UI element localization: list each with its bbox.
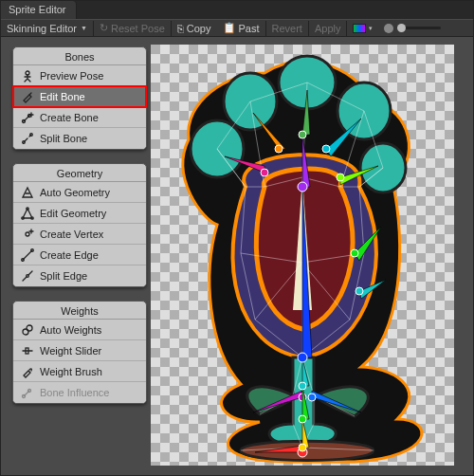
chevron-down-icon: ▾ (369, 25, 373, 32)
slider-track (397, 27, 441, 29)
tool-label: Bone Influence (40, 387, 109, 398)
color-mode-button[interactable]: ▾ (347, 22, 378, 35)
svg-point-32 (26, 232, 29, 236)
tool-label: Auto Geometry (40, 187, 110, 198)
tool-split-bone[interactable]: Split Bone (13, 128, 146, 149)
paste-button[interactable]: 📋 Past (217, 20, 265, 36)
tab-row: Sprite Editor (1, 1, 473, 19)
tool-auto-weights[interactable]: Auto Weights (13, 320, 146, 340)
tool-label: Edit Bone (40, 91, 85, 102)
tool-weight-brush[interactable]: Weight Brush (13, 361, 146, 382)
svg-point-18 (275, 145, 283, 153)
svg-point-11 (308, 394, 316, 401)
svg-point-13 (299, 415, 306, 423)
edit-bone-icon (21, 90, 34, 103)
workspace[interactable]: Bones Preview PoseEdit BoneCreate BoneSp… (1, 37, 473, 475)
svg-point-23 (356, 287, 363, 295)
tool-label: Create Vertex (40, 229, 103, 240)
svg-point-17 (261, 169, 268, 176)
auto-weights-icon (21, 323, 34, 337)
svg-point-16 (298, 182, 307, 192)
edit-geometry-icon (21, 207, 34, 220)
tool-label: Split Edge (40, 270, 87, 282)
copy-icon: ⎘ (177, 23, 184, 34)
mode-dropdown[interactable]: Skinning Editor ▼ (3, 21, 93, 36)
tool-label: Create Bone (40, 112, 99, 123)
tool-bone-influence[interactable]: Bone Influence (13, 382, 146, 403)
tool-label: Edit Geometry (40, 208, 106, 219)
sprite-canvas[interactable] (151, 45, 454, 466)
split-bone-icon (21, 132, 34, 145)
tool-label: Preview Pose (40, 70, 103, 82)
tool-label: Auto Weights (40, 324, 101, 336)
tool-auto-geometry[interactable]: Auto Geometry (13, 182, 146, 203)
svg-point-22 (351, 249, 358, 257)
tool-edit-geometry[interactable]: Edit Geometry (13, 203, 146, 224)
tool-create-vertex[interactable]: Create Vertex (13, 224, 146, 245)
weight-brush-icon (21, 365, 34, 378)
svg-point-37 (27, 325, 32, 331)
tool-create-edge[interactable]: Create Edge (13, 245, 146, 265)
panel-title-geometry: Geometry (13, 164, 146, 182)
create-vertex-icon (21, 228, 34, 241)
panel-title-weights: Weights (13, 302, 146, 320)
create-edge-icon (21, 248, 34, 262)
reset-pose-label: Reset Pose (111, 23, 165, 34)
tool-split-edge[interactable]: Split Edge (13, 265, 146, 286)
weight-slider-icon (21, 344, 34, 357)
tool-edit-bone[interactable]: Edit Bone (13, 86, 146, 107)
tool-label: Split Bone (40, 133, 87, 144)
svg-point-20 (322, 145, 330, 153)
panel-weights: Weights Auto WeightsWeight SliderWeight … (12, 301, 147, 404)
tool-label: Weight Slider (40, 345, 101, 357)
reload-icon: ↻ (100, 22, 108, 34)
paste-icon: 📋 (223, 22, 236, 34)
tool-weight-slider[interactable]: Weight Slider (13, 340, 146, 361)
tool-label: Create Edge (40, 249, 99, 261)
copy-button[interactable]: ⎘ Copy (172, 21, 217, 36)
svg-point-12 (299, 444, 306, 451)
auto-geometry-icon (21, 186, 34, 199)
create-bone-icon (21, 111, 34, 124)
panel-geometry: Geometry Auto GeometryEdit GeometryCreat… (12, 163, 147, 287)
sprite-view-svg (151, 45, 454, 466)
svg-point-14 (299, 382, 306, 390)
chevron-down-icon: ▼ (81, 25, 87, 31)
toolbar: Skinning Editor ▼ ↻ Reset Pose ⎘ Copy 📋 … (1, 19, 473, 37)
tab-sprite-editor[interactable]: Sprite Editor (1, 1, 77, 19)
editor-window: Sprite Editor Skinning Editor ▼ ↻ Reset … (0, 0, 474, 476)
color-swatch-icon (353, 24, 366, 33)
mode-label: Skinning Editor (7, 23, 77, 34)
bone-influence-icon (21, 386, 34, 399)
revert-button[interactable]: Revert (266, 21, 308, 36)
svg-point-19 (299, 131, 306, 138)
reset-pose-button[interactable]: ↻ Reset Pose (94, 20, 171, 36)
paste-label: Past (239, 23, 260, 34)
apply-button[interactable]: Apply (309, 21, 347, 36)
opacity-slider[interactable] (378, 24, 447, 33)
tool-create-bone[interactable]: Create Bone (13, 107, 146, 128)
panel-bones: Bones Preview PoseEdit BoneCreate BoneSp… (12, 46, 147, 150)
preview-pose-icon (21, 69, 34, 82)
svg-point-21 (337, 174, 344, 181)
tool-panels: Bones Preview PoseEdit BoneCreate BoneSp… (12, 46, 147, 417)
split-edge-icon (21, 269, 34, 283)
copy-label: Copy (187, 23, 211, 34)
svg-point-35 (27, 275, 29, 278)
svg-point-15 (298, 353, 307, 362)
dot-icon (384, 24, 393, 33)
tool-label: Weight Brush (40, 366, 102, 377)
slider-handle[interactable] (397, 24, 406, 32)
tool-preview-pose[interactable]: Preview Pose (13, 65, 146, 86)
panel-title-bones: Bones (13, 47, 146, 65)
